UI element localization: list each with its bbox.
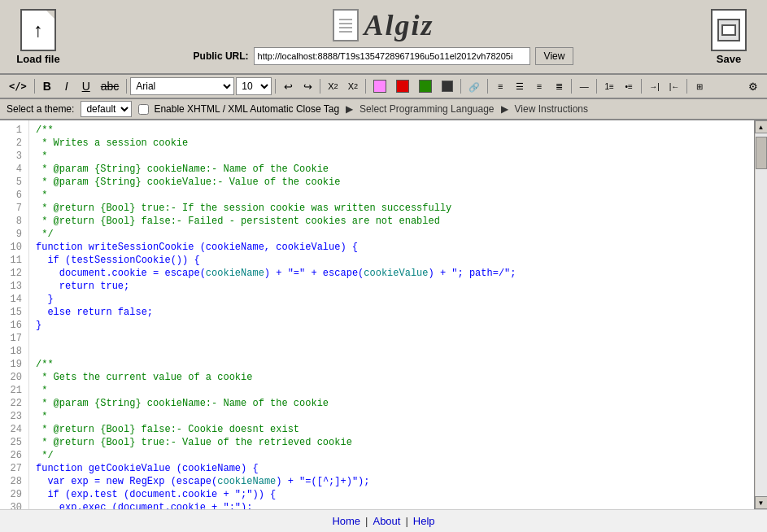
sep8 — [571, 79, 572, 94]
text-color-swatch — [396, 80, 409, 93]
scroll-down-arrow[interactable]: ▼ — [755, 496, 768, 509]
sep3 — [275, 79, 276, 94]
load-file-icon: ↑ — [20, 9, 56, 51]
align-justify-button[interactable]: ≣ — [550, 77, 568, 95]
save-icon — [711, 9, 747, 51]
sep4 — [320, 79, 320, 94]
app-title: Algiz — [364, 8, 434, 42]
sep1 — [34, 79, 35, 94]
pages-icon — [333, 9, 359, 41]
save-button[interactable]: Save — [699, 9, 759, 65]
indent-more-button[interactable]: →| — [645, 77, 664, 95]
align-left-button[interactable]: ≡ — [491, 77, 509, 95]
redo-button[interactable] — [299, 77, 316, 95]
about-link[interactable]: About — [373, 515, 400, 527]
font-family-select[interactable]: Arial Times New Roman Courier New — [130, 77, 234, 95]
xhtml-label: Enable XHTML / XML Automatic Close Tag — [154, 103, 339, 115]
secondary-toolbar: Select a theme: default dark light Enabl… — [0, 99, 767, 120]
font-size-select[interactable]: 10 12 14 16 — [236, 77, 272, 95]
xhtml-checkbox[interactable] — [138, 104, 149, 115]
subscript-button[interactable]: X2 — [324, 77, 342, 95]
link-button[interactable] — [464, 77, 484, 95]
table-button[interactable]: ⊞ — [691, 77, 708, 95]
xhtml-option: Enable XHTML / XML Automatic Close Tag — [138, 103, 339, 115]
undo-icon — [284, 81, 293, 93]
html-source-button[interactable]: </> — [5, 77, 31, 95]
bg-color-button[interactable] — [415, 77, 436, 95]
prog-lang-link[interactable]: Select Programming Language — [360, 103, 494, 115]
hr-button[interactable]: — — [575, 77, 593, 95]
help-link[interactable]: Help — [413, 515, 435, 527]
sep7 — [487, 79, 488, 94]
highlight-swatch — [373, 80, 386, 93]
line-numbers: 1 2 3 4 5 6 7 8 9 10 11 12 13 14 15 16 1… — [0, 120, 29, 509]
underline-button[interactable]: U — [77, 77, 95, 95]
sep2 — [126, 79, 127, 94]
sep6 — [460, 79, 461, 94]
redo-icon — [303, 81, 312, 93]
footer: Home | About | Help — [0, 509, 767, 532]
scroll-track[interactable] — [756, 133, 767, 496]
prog-lang-arrow: ▶ — [346, 103, 353, 115]
load-file-button[interactable]: ↑ Load file — [8, 9, 68, 65]
sep11 — [686, 79, 687, 94]
unordered-list-button[interactable]: •≡ — [620, 77, 638, 95]
indent-less-button[interactable]: |← — [665, 77, 684, 95]
logo-container: Algiz — [333, 8, 434, 42]
save-icon-inner — [717, 19, 740, 41]
strikethrough-button[interactable]: abc — [97, 77, 124, 95]
code-editor[interactable]: /** * Writes a session cookie * * @param… — [29, 120, 754, 509]
instructions-arrow: ▶ — [501, 103, 508, 115]
align-center-button[interactable]: ☰ — [511, 77, 529, 95]
italic-button[interactable]: I — [58, 77, 76, 95]
gear-icon — [748, 81, 758, 93]
editor-area: 1 2 3 4 5 6 7 8 9 10 11 12 13 14 15 16 1… — [0, 120, 767, 509]
theme-label: Select a theme: — [7, 103, 74, 115]
url-input[interactable] — [254, 47, 530, 65]
scroll-up-arrow[interactable]: ▲ — [755, 120, 768, 133]
url-bar: Public URL: View — [194, 47, 574, 65]
format-box-icon — [442, 81, 453, 92]
footer-sep-2: | — [405, 515, 407, 527]
special-format-button[interactable] — [438, 77, 457, 95]
bold-button[interactable]: B — [38, 77, 56, 95]
theme-select[interactable]: default dark light — [81, 101, 132, 117]
top-bar: ↑ Load file Algiz Public URL: View Save — [0, 0, 767, 75]
text-color-button[interactable] — [392, 77, 413, 95]
sep5 — [365, 79, 366, 94]
highlight-color-button[interactable] — [369, 77, 390, 95]
scroll-thumb[interactable] — [756, 137, 767, 169]
save-label: Save — [717, 53, 741, 65]
footer-sep-1: | — [365, 515, 368, 527]
center-logo: Algiz Public URL: View — [194, 8, 574, 65]
sep9 — [596, 79, 597, 94]
link-icon — [468, 81, 480, 93]
url-label: Public URL: — [194, 50, 249, 62]
bg-color-swatch — [419, 80, 432, 93]
superscript-button[interactable]: X2 — [344, 77, 362, 95]
undo-button[interactable] — [279, 77, 297, 95]
align-right-button[interactable]: ≡ — [530, 77, 548, 95]
vertical-scrollbar[interactable]: ▲ ▼ — [754, 120, 767, 509]
sep10 — [641, 79, 642, 94]
load-file-label: Load file — [16, 53, 59, 65]
home-link[interactable]: Home — [332, 515, 360, 527]
instructions-link[interactable]: View Instructions — [515, 103, 589, 115]
main-toolbar: </> B I U abc Arial Times New Roman Cour… — [0, 75, 767, 99]
settings-gear-button[interactable] — [744, 77, 762, 95]
view-button[interactable]: View — [535, 47, 574, 65]
ordered-list-button[interactable]: 1≡ — [600, 77, 618, 95]
